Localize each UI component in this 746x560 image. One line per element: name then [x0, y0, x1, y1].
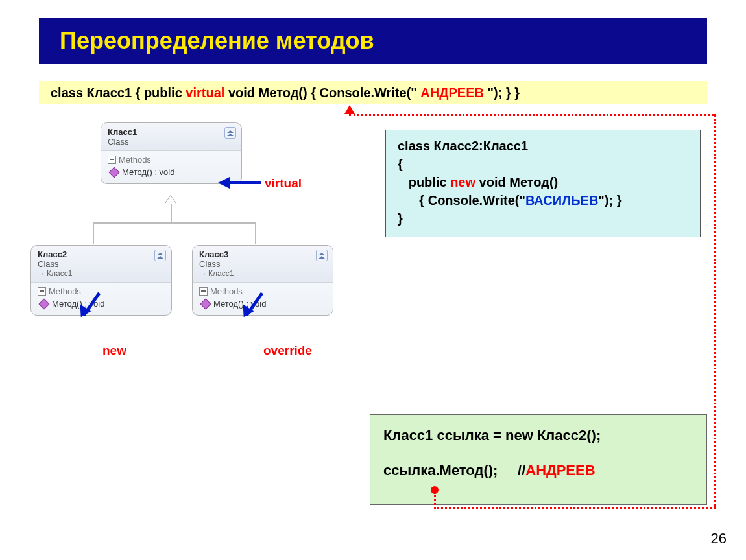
method-signature: Метод() : void [122, 167, 174, 177]
red-connector [349, 114, 714, 116]
base-class: Класс1 [208, 269, 234, 278]
code-text: { [398, 157, 403, 171]
methods-label: Methods [210, 286, 243, 296]
kw-new: new [450, 175, 475, 189]
collapse-icon[interactable] [154, 250, 166, 261]
minus-icon[interactable] [199, 287, 208, 296]
uml-header: Класс2 Class →Класс1 [31, 246, 171, 283]
code-text: Класс1 ссылка = new Класс2(); [383, 427, 601, 443]
class-sublabel: Class [108, 137, 235, 146]
code-text: public [409, 175, 447, 189]
code-text: class Класс1 { public [51, 86, 186, 100]
code-text: void Метод() [479, 175, 559, 189]
method-row: Метод() : void [199, 296, 326, 309]
top-code-line: class Класс1 { public virtual void Метод… [39, 81, 707, 104]
collapse-icon[interactable] [316, 250, 328, 261]
kw-virtual: virtual [186, 86, 224, 100]
result-box: Класс1 ссылка = new Класс2(); ссылка.Мет… [370, 414, 707, 505]
literal-vasilyev: ВАСИЛЬЕВ [525, 193, 598, 207]
red-connector [714, 114, 716, 507]
uml-methods-section: Methods Метод() : void [193, 283, 333, 315]
code-text: void Метод() { Console.Write(" [228, 86, 417, 100]
title-bar: Переопределение методов [39, 18, 707, 64]
page-number: 26 [711, 530, 727, 547]
slide-title: Переопределение методов [39, 18, 707, 54]
red-arrowhead [344, 105, 355, 114]
minus-icon[interactable] [108, 156, 116, 164]
code-text: class Класс2:Класс1 [398, 139, 528, 153]
uml-header: Класс1 Class [101, 123, 241, 151]
methods-label: Methods [119, 155, 151, 165]
minus-icon[interactable] [38, 287, 46, 296]
methods-label: Methods [49, 286, 81, 296]
annot-override: override [263, 344, 312, 358]
uml-line [93, 222, 256, 224]
collapse-icon[interactable] [224, 127, 236, 139]
output-value: АНДРЕЕВ [525, 462, 595, 478]
uml-header: Класс3 Class →Класс1 [193, 246, 333, 283]
code-text: { Console.Write(" [419, 193, 525, 207]
slide: Переопределение методов class Класс1 { p… [0, 0, 746, 560]
comment-slashes: // [518, 462, 525, 478]
code-text: ссылка.Метод(); [383, 462, 498, 478]
red-endpoint [431, 486, 439, 494]
base-class: Класс1 [47, 269, 72, 278]
code-class2: class Класс2:Класс1 { public new void Ме… [385, 130, 701, 237]
red-connector [434, 492, 436, 509]
code-text: "); } } [488, 86, 520, 100]
red-connector [434, 507, 716, 509]
class-name: Класс1 [108, 127, 235, 137]
uml-class1: Класс1 Class Methods Метод() : void [101, 122, 242, 184]
method-row: Метод() : void [38, 296, 165, 309]
uml-class2: Класс2 Class →Класс1 Methods Метод() : v… [30, 245, 172, 316]
method-icon [39, 299, 50, 310]
uml-class3: Класс3 Class →Класс1 Methods Метод() : v… [192, 245, 333, 316]
uml-line [255, 222, 256, 244]
code-text: } [398, 211, 403, 226]
annot-virtual: virtual [265, 176, 302, 191]
code-text: "); } [598, 193, 621, 207]
method-icon [200, 299, 211, 310]
class-name: Класс2 [38, 250, 165, 259]
literal-andreev: АНДРЕЕВ [420, 86, 484, 100]
annot-new: new [102, 344, 126, 358]
uml-line [171, 204, 172, 222]
uml-methods-section: Methods Метод() : void [31, 283, 171, 315]
method-row: Метод() : void [108, 165, 235, 177]
class-sublabel: Class [38, 259, 165, 269]
class-name: Класс3 [199, 250, 326, 259]
method-icon [109, 167, 120, 178]
class-sublabel: Class [199, 259, 326, 269]
uml-line [93, 222, 94, 244]
